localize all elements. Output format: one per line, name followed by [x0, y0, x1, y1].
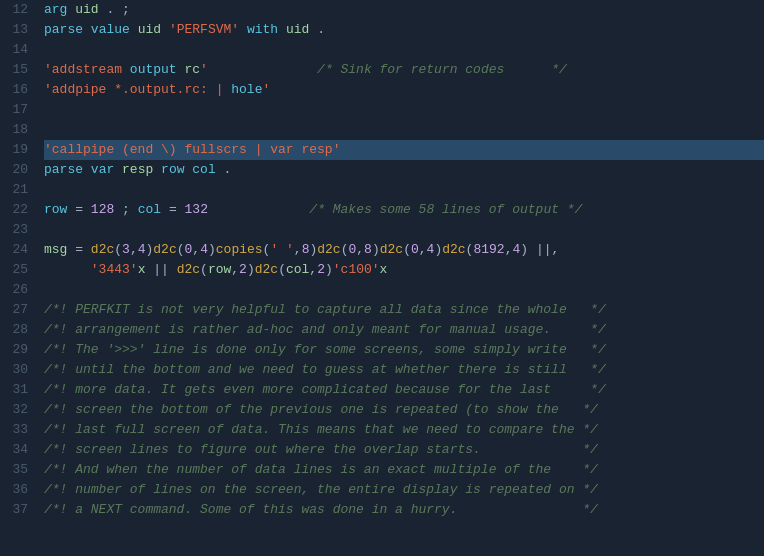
ln-29: 29: [0, 340, 28, 360]
code-line-29: /*! The '>>>' line is done only for some…: [44, 340, 764, 360]
code-line-17: [44, 100, 764, 120]
code-line-32: /*! screen the bottom of the previous on…: [44, 400, 764, 420]
ln-37: 37: [0, 500, 28, 520]
ln-36: 36: [0, 480, 28, 500]
ln-12: 12: [0, 0, 28, 20]
code-line-19: 'callpipe (end \) fullscrs | var resp': [44, 140, 764, 160]
code-line-33: /*! last full screen of data. This means…: [44, 420, 764, 440]
code-line-26: [44, 280, 764, 300]
code-line-30: /*! until the bottom and we need to gues…: [44, 360, 764, 380]
ln-25: 25: [0, 260, 28, 280]
ln-34: 34: [0, 440, 28, 460]
ln-14: 14: [0, 40, 28, 60]
code-line-28: /*! arrangement is rather ad-hoc and onl…: [44, 320, 764, 340]
code-line-20: parse var resp row col .: [44, 160, 764, 180]
ln-19: 19: [0, 140, 28, 160]
ln-23: 23: [0, 220, 28, 240]
code-line-35: /*! And when the number of data lines is…: [44, 460, 764, 480]
code-editor: 12 13 14 15 16 17 18 19 20 21 22 23 24 2…: [0, 0, 764, 556]
code-line-27: /*! PERFKIT is not very helpful to captu…: [44, 300, 764, 320]
ln-20: 20: [0, 160, 28, 180]
code-line-22: row = 128 ; col = 132 /* Makes some 58 l…: [44, 200, 764, 220]
code-line-37: /*! a NEXT command. Some of this was don…: [44, 500, 764, 520]
code-line-18: [44, 120, 764, 140]
ln-16: 16: [0, 80, 28, 100]
ln-13: 13: [0, 20, 28, 40]
ln-33: 33: [0, 420, 28, 440]
code-line-36: /*! number of lines on the screen, the e…: [44, 480, 764, 500]
code-line-14: [44, 40, 764, 60]
ln-26: 26: [0, 280, 28, 300]
code-line-15: 'addstream output rc' /* Sink for return…: [44, 60, 764, 80]
ln-35: 35: [0, 460, 28, 480]
ln-17: 17: [0, 100, 28, 120]
ln-15: 15: [0, 60, 28, 80]
line-numbers: 12 13 14 15 16 17 18 19 20 21 22 23 24 2…: [0, 0, 36, 556]
ln-21: 21: [0, 180, 28, 200]
ln-30: 30: [0, 360, 28, 380]
code-line-21: [44, 180, 764, 200]
ln-22: 22: [0, 200, 28, 220]
code-line-16: 'addpipe *.output.rc: | hole': [44, 80, 764, 100]
code-line-31: /*! more data. It gets even more complic…: [44, 380, 764, 400]
code-line-25: '3443'x || d2c(row,2)d2c(col,2)'c100'x: [44, 260, 764, 280]
ln-31: 31: [0, 380, 28, 400]
ln-27: 27: [0, 300, 28, 320]
ln-24: 24: [0, 240, 28, 260]
code-lines: arg uid . ; parse value uid 'PERFSVM' wi…: [36, 0, 764, 556]
ln-32: 32: [0, 400, 28, 420]
code-line-12: arg uid . ;: [44, 0, 764, 20]
code-line-13: parse value uid 'PERFSVM' with uid .: [44, 20, 764, 40]
code-line-24: msg = d2c(3,4)d2c(0,4)copies(' ',8)d2c(0…: [44, 240, 764, 260]
ln-28: 28: [0, 320, 28, 340]
ln-18: 18: [0, 120, 28, 140]
code-line-23: [44, 220, 764, 240]
code-line-34: /*! screen lines to figure out where the…: [44, 440, 764, 460]
